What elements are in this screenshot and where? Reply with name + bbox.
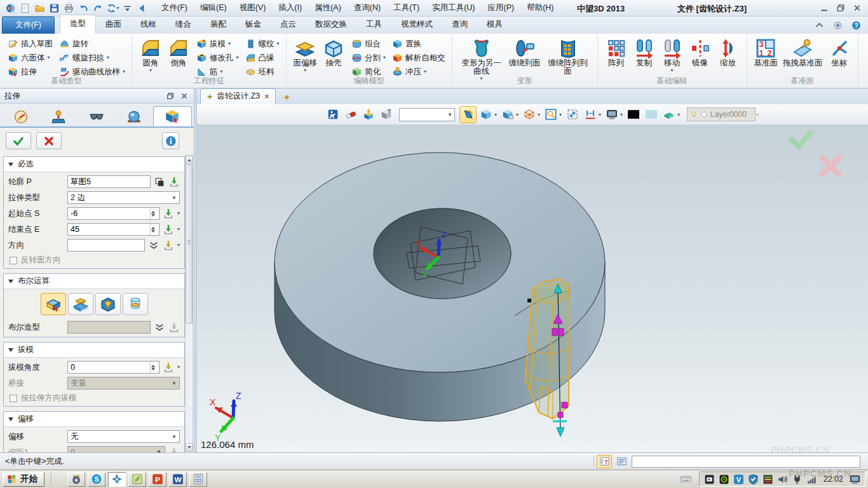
tray-nvidia[interactable] [719,474,729,485]
zoom-window-button[interactable] [542,106,559,123]
section-boolean-header[interactable]: 布尔运算 [4,274,184,289]
ribbon-tab[interactable]: 模具 [477,16,512,34]
tray-volume[interactable] [777,474,788,485]
status-input[interactable] [632,456,860,468]
scroll-up-icon[interactable] [186,156,193,164]
zw3d-launcher[interactable] [108,472,126,487]
boolean-intersect-button[interactable] [123,293,148,315]
ribbon-tab[interactable]: 线框 [131,16,166,34]
panel-restore-icon[interactable] [165,92,175,100]
menu-item[interactable]: 实用工具(U) [426,1,481,15]
chevron-down-icon[interactable]: ▾ [620,112,623,118]
constraint-display-button[interactable] [581,106,599,123]
show-desktop-icon[interactable] [850,474,860,485]
ribbon-button-fillet[interactable]: 圆角 ▾ [137,37,165,74]
word-launcher[interactable]: W [169,472,187,487]
scroll-down-icon[interactable] [186,443,193,451]
ribbon-button-split[interactable]: 分割 ▾ [349,52,388,64]
ribbon-button-resolve-self-intersection[interactable]: 解析自相交 [390,52,447,64]
keyboard-tray-button[interactable] [676,472,695,486]
spinner[interactable] [150,208,156,219]
ribbon-button-chamfer[interactable]: 倒角 [165,37,193,74]
ribbon-tab[interactable]: 造型 [60,15,96,34]
double-chevron-icon[interactable] [154,322,165,333]
draft-by-direction-checkbox[interactable] [10,395,17,402]
panel-scrollbar[interactable] [185,155,193,452]
tray-input-method[interactable] [763,474,773,485]
section-required-header[interactable]: 必选 [4,157,184,172]
ribbon-button-copy[interactable]: 复制 [630,37,658,74]
chevron-down-icon[interactable]: ▾ [559,112,562,118]
spinner[interactable] [150,224,156,235]
edge-color-button[interactable] [625,106,642,123]
end-point-input[interactable] [71,225,150,234]
corner-style-switch[interactable] [832,20,843,30]
panel-close-icon[interactable] [179,92,189,100]
panel-tab-render[interactable] [115,106,153,126]
double-chevron-icon[interactable] [148,240,159,251]
material-render-button[interactable] [660,106,677,123]
chevron-down-icon[interactable]: ▾ [494,112,497,118]
menu-item[interactable]: 应用(P) [481,1,520,15]
chevron-down-icon[interactable]: ▾ [177,365,180,370]
chevron-down-icon[interactable]: ▾ [177,227,180,232]
direction-input[interactable] [71,241,142,250]
profile-input[interactable] [71,177,147,186]
pick-start-icon[interactable] [163,208,174,219]
show-hide-button[interactable] [499,106,516,123]
ribbon-tab[interactable]: 视觉样式 [391,16,442,34]
menu-item[interactable]: 视图(V) [233,1,273,15]
face-color-button[interactable] [642,106,660,123]
pick-angle-icon[interactable] [163,362,174,373]
tray-security-shield[interactable] [748,474,759,485]
boolean-add-button[interactable] [68,293,93,315]
panel-tab-visualize[interactable] [78,106,115,126]
ribbon-button-datum-plane[interactable]: 312 基准面 [752,37,781,69]
start-point-field[interactable] [67,207,159,220]
start-point-input[interactable] [71,209,150,218]
flip-face-checkbox[interactable] [10,257,17,264]
wireframe-display-button[interactable] [520,106,538,123]
ribbon-button-shell[interactable]: 抽壳 [320,37,348,74]
layer-combo[interactable]: Layer0000 [687,107,756,121]
boolean-remove-button[interactable] [95,293,121,315]
end-point-field[interactable] [67,223,159,236]
calculator-launcher[interactable] [189,472,207,487]
offset-mode-combo[interactable]: 无▼ [67,430,180,443]
spinner[interactable] [150,362,156,373]
ribbon-button-box[interactable]: 六面体 ▾ [6,52,55,64]
ribbon-button-insert-sketch[interactable]: 插入草图 [6,38,55,50]
powerpoint-launcher[interactable]: P [149,472,166,487]
screenshot-tool-launcher[interactable] [67,472,85,487]
info-button[interactable] [162,132,179,149]
pick-direction-icon[interactable] [163,240,174,251]
ribbon-tab[interactable]: 装配 [201,16,236,34]
ribbon-button-move[interactable]: 移动 ▾ [658,37,686,74]
section-offset-header[interactable]: 偏移 [4,412,184,427]
output-list-button[interactable] [614,455,629,468]
ribbon-button-modify-hole[interactable]: 修改孔 ▾ [194,52,241,64]
minimize-icon[interactable] [818,3,830,13]
viewport-canvas[interactable]: X Z Y [197,125,868,452]
ribbon-tab[interactable]: 查询 [442,16,477,34]
ribbon-tab[interactable]: 钣金 [236,16,271,34]
tray-media-player[interactable] [704,474,715,485]
chevron-down-icon[interactable]: ▾ [177,243,180,248]
restore-icon[interactable] [835,3,846,13]
chevron-down-icon[interactable]: ▾ [177,211,180,216]
ribbon-tab[interactable]: 工具 [356,16,391,34]
corner-help[interactable]: ? [851,20,862,30]
menu-item[interactable]: 查询(N) [348,1,387,15]
ribbon-tab[interactable]: 曲面 [96,16,131,34]
ribbon-button-combine[interactable]: 组合 [349,38,388,50]
cancel-button[interactable] [36,132,62,149]
menu-item[interactable]: 属性(A) [308,1,348,15]
chevron-down-icon[interactable]: ▾ [516,112,519,118]
ribbon-tab[interactable]: 数据交换 [306,16,356,34]
tray-network-signal[interactable] [806,474,817,485]
erase-button[interactable] [342,106,359,123]
ok-button[interactable] [6,132,31,149]
prompt-bar-button[interactable]: T [597,455,612,468]
qat-button-save[interactable] [48,2,60,14]
qat-button-new-file[interactable] [18,2,31,14]
